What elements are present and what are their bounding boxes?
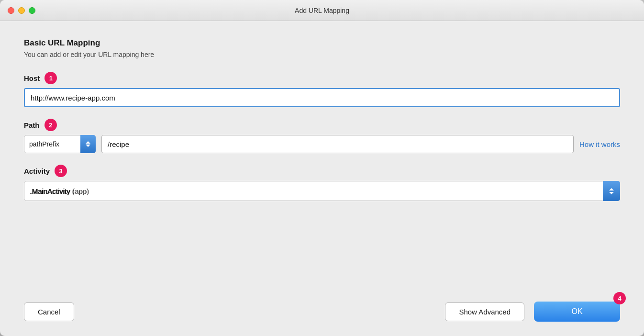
host-input[interactable] [24, 88, 620, 107]
window-controls [8, 7, 35, 14]
right-buttons: Show Advanced 4 OK [445, 302, 620, 322]
path-field-group: Path 2 pathPrefix pathPattern path Ho [24, 119, 620, 153]
cancel-button[interactable]: Cancel [24, 302, 74, 321]
ok-wrapper: 4 OK [534, 302, 620, 322]
ok-button[interactable]: OK [534, 302, 620, 322]
maximize-button[interactable] [29, 7, 35, 14]
path-prefix-wrapper: pathPrefix pathPattern path [24, 135, 96, 153]
host-field-group: Host 1 [24, 72, 620, 107]
host-label: Host [24, 74, 40, 82]
title-bar: Add URL Mapping [0, 0, 644, 21]
how-it-works-link[interactable]: How it works [579, 140, 620, 148]
activity-select[interactable]: .MainActivity (app) [24, 181, 620, 201]
minimize-button[interactable] [18, 7, 25, 14]
activity-label-row: Activity 3 [24, 165, 620, 177]
activity-field-group: Activity 3 .MainActivity (app) .MainActi… [24, 165, 620, 201]
step-badge-1: 1 [44, 72, 57, 84]
activity-label: Activity [24, 167, 50, 175]
main-window: Add URL Mapping Basic URL Mapping You ca… [0, 0, 644, 336]
window-title: Add URL Mapping [295, 7, 349, 14]
path-input[interactable] [101, 135, 574, 153]
section-title: Basic URL Mapping [24, 38, 620, 48]
show-advanced-button[interactable]: Show Advanced [445, 302, 524, 321]
path-label-row: Path 2 [24, 119, 620, 131]
path-row: pathPrefix pathPattern path How it works [24, 135, 620, 153]
path-prefix-select[interactable]: pathPrefix pathPattern path [24, 135, 96, 153]
step-badge-3: 3 [55, 165, 67, 177]
activity-select-wrapper: .MainActivity (app) .MainActivity (app) [24, 181, 620, 201]
step-badge-2: 2 [44, 119, 57, 131]
path-label: Path [24, 121, 40, 129]
form-content: Basic URL Mapping You can add or edit yo… [0, 21, 644, 292]
step-badge-4: 4 [613, 292, 626, 304]
footer: Cancel Show Advanced 4 OK [0, 292, 644, 336]
close-button[interactable] [8, 7, 14, 14]
section-subtitle: You can add or edit your URL mapping her… [24, 51, 620, 58]
host-label-row: Host 1 [24, 72, 620, 84]
